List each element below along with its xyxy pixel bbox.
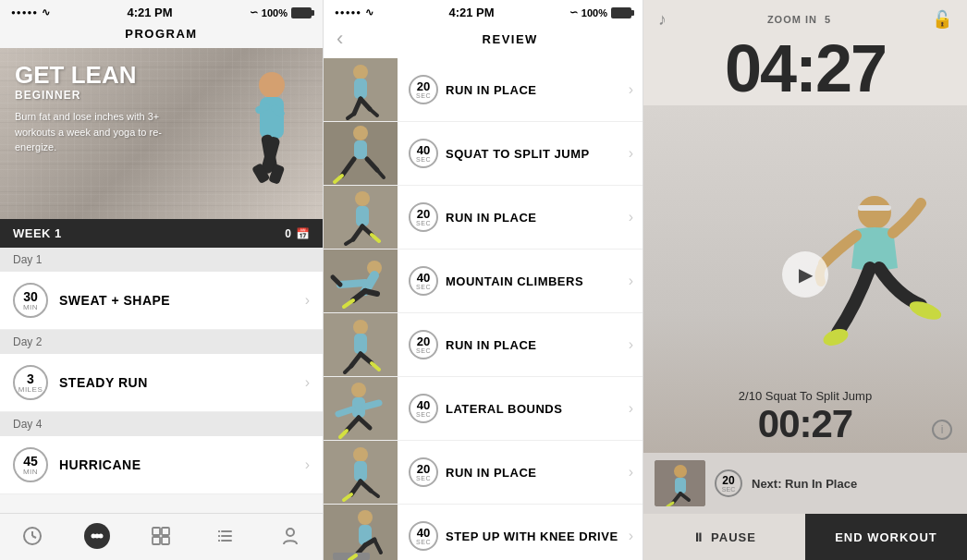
tab-list[interactable] bbox=[213, 523, 239, 549]
svg-rect-18 bbox=[221, 530, 232, 532]
exercise-meta-2: 40 SEC SQUAT TO SPLIT JUMP › bbox=[398, 139, 643, 168]
pause-button[interactable]: ⏸ PAUSE bbox=[643, 514, 805, 560]
tab-person[interactable] bbox=[277, 523, 303, 549]
day-header-3: Day 4 bbox=[0, 412, 323, 436]
exercise-item-6[interactable]: 40 SEC LATERAL BOUNDS › bbox=[324, 377, 643, 441]
chevron-icon-3: › bbox=[305, 457, 310, 473]
exercise-timer-8: 40 SEC bbox=[409, 521, 438, 551]
back-button[interactable]: ‹ bbox=[337, 27, 343, 51]
tab-dots[interactable] bbox=[84, 523, 110, 549]
exercise-thumb-8 bbox=[324, 505, 398, 560]
exercise-item-7[interactable]: 20 SEC RUN IN PLACE › bbox=[324, 441, 643, 505]
next-thumb bbox=[655, 460, 705, 506]
svg-rect-22 bbox=[218, 535, 220, 537]
svg-rect-71 bbox=[354, 461, 367, 481]
day-header-2: Day 2 bbox=[0, 330, 323, 354]
svg-point-40 bbox=[355, 191, 370, 206]
end-workout-button[interactable]: END WORKOUT bbox=[805, 514, 967, 560]
workout-counter: 2/10 Squat To Split Jump 00:27 bbox=[643, 389, 967, 444]
svg-point-84 bbox=[858, 196, 891, 229]
svg-point-0 bbox=[259, 72, 285, 98]
chevron-icon-1: › bbox=[305, 292, 310, 309]
exercise-name-6: LATERAL BOUNDS bbox=[446, 402, 621, 416]
workout-header: ♪ ZOOM IN 5 🔓 bbox=[643, 0, 967, 35]
workout-circle-2: 3 MILES bbox=[13, 365, 48, 400]
time-display-2: 4:21 PM bbox=[448, 6, 494, 19]
workout-controls: ⏸ PAUSE END WORKOUT bbox=[643, 514, 967, 560]
zoom-label: ZOOM IN 5 bbox=[767, 14, 831, 25]
exercise-chevron-7: › bbox=[629, 464, 633, 481]
info-button[interactable]: i bbox=[932, 420, 952, 440]
review-nav: ‹ REVIEW bbox=[324, 23, 643, 58]
calendar-icon: 📅 bbox=[296, 227, 311, 240]
svg-rect-23 bbox=[218, 540, 220, 542]
svg-point-89 bbox=[674, 465, 687, 478]
workout-item-3[interactable]: 45 MIN HURRICANE › bbox=[0, 436, 323, 494]
workout-item-1[interactable]: 30 MIN SWEAT + SHAPE › bbox=[0, 272, 323, 330]
exercise-timer-1: 20 SEC bbox=[409, 75, 438, 104]
workout-athlete bbox=[754, 185, 958, 397]
exercise-item-5[interactable]: 20 SEC RUN IN PLACE › bbox=[324, 313, 643, 377]
svg-point-24 bbox=[287, 529, 294, 536]
exercise-timer-6: 40 SEC bbox=[409, 394, 438, 423]
svg-rect-41 bbox=[356, 206, 369, 226]
workout-visual: ▶ 2/10 Squat To Split Jump 00 bbox=[643, 105, 967, 453]
bluetooth-icon-2: ∽ bbox=[569, 6, 578, 18]
workout-circle-1: 30 MIN bbox=[13, 283, 48, 318]
wifi-icon: ∿ bbox=[42, 6, 50, 18]
exercise-chevron-4: › bbox=[629, 273, 633, 289]
status-bar-1: ●●●●● ∿ 4:21 PM ∽ 100% bbox=[0, 0, 323, 23]
svg-rect-56 bbox=[354, 334, 367, 354]
exercise-thumb-7 bbox=[324, 441, 398, 504]
exercise-item-8[interactable]: 40 SEC STEP UP WITH KNEE DRIVE › bbox=[324, 505, 643, 560]
exercise-chevron-3: › bbox=[629, 209, 633, 225]
review-panel: ●●●●● ∿ 4:21 PM ∽ 100% ‹ REVIEW 20 bbox=[324, 0, 643, 560]
exercise-thumb-3 bbox=[324, 186, 398, 249]
exercise-timer-2: 40 SEC bbox=[409, 139, 438, 168]
tab-clock[interactable] bbox=[19, 523, 45, 549]
exercise-meta-5: 20 SEC RUN IN PLACE › bbox=[398, 330, 643, 359]
exercise-chevron-2: › bbox=[629, 145, 633, 162]
exercise-item-2[interactable]: 40 SEC SQUAT TO SPLIT JUMP › bbox=[324, 122, 643, 186]
program-panel: ●●●●● ∿ 4:21 PM ∽ 100% PROGRAM GET LEAN … bbox=[0, 0, 324, 560]
week-label: WEEK 1 bbox=[13, 226, 62, 240]
workout-list: Day 1 30 MIN SWEAT + SHAPE › Day 2 3 MIL… bbox=[0, 248, 323, 513]
music-icon[interactable]: ♪ bbox=[658, 10, 667, 30]
workout-name-3: HURRICANE bbox=[59, 457, 294, 472]
tab-grid[interactable] bbox=[148, 523, 174, 549]
svg-point-55 bbox=[353, 320, 368, 335]
exercise-meta-3: 20 SEC RUN IN PLACE › bbox=[398, 202, 643, 232]
hero-text: GET LEAN BEGINNER Burn fat and lose inch… bbox=[15, 63, 163, 155]
exercise-timer-7: 20 SEC bbox=[409, 457, 438, 487]
review-title: REVIEW bbox=[483, 32, 560, 46]
hero-title: GET LEAN bbox=[15, 63, 163, 87]
svg-rect-21 bbox=[218, 530, 220, 532]
svg-rect-85 bbox=[858, 205, 891, 211]
next-timer-badge: 20 SEC bbox=[715, 469, 742, 497]
exercise-timer-4: 40 SEC bbox=[409, 266, 438, 296]
battery-icon-2 bbox=[611, 7, 631, 18]
workout-item-2[interactable]: 3 MILES STEADY RUN › bbox=[0, 354, 323, 412]
exercise-thumb-6 bbox=[324, 377, 398, 440]
bluetooth-icon-1: ∽ bbox=[250, 6, 258, 18]
exercise-item-1[interactable]: 20 SEC RUN IN PLACE › bbox=[324, 58, 643, 122]
exercise-thumb-2 bbox=[324, 122, 398, 185]
exercise-list: 20 SEC RUN IN PLACE › 40 SEC bbox=[324, 58, 643, 560]
lock-icon[interactable]: 🔓 bbox=[932, 9, 952, 30]
status-bar-2: ●●●●● ∿ 4:21 PM ∽ 100% bbox=[324, 0, 643, 23]
exercise-item-4[interactable]: 40 SEC MOUNTAIN CLIMBERS › bbox=[324, 250, 643, 313]
exercise-item-3[interactable]: 20 SEC RUN IN PLACE › bbox=[324, 186, 643, 250]
svg-line-65 bbox=[365, 403, 379, 407]
svg-point-62 bbox=[351, 383, 366, 397]
exercise-meta-4: 40 SEC MOUNTAIN CLIMBERS › bbox=[398, 266, 643, 296]
svg-point-77 bbox=[358, 510, 373, 525]
play-button[interactable]: ▶ bbox=[782, 251, 828, 298]
exercise-thumb-1 bbox=[324, 58, 398, 121]
svg-rect-15 bbox=[162, 528, 169, 535]
battery-icon-1 bbox=[291, 7, 312, 18]
signal-dots-2: ●●●●● bbox=[335, 8, 361, 17]
main-timer-display: 04:27 bbox=[643, 35, 967, 105]
exercise-chevron-8: › bbox=[629, 528, 633, 544]
exercise-timer-5: 20 SEC bbox=[409, 330, 438, 359]
svg-rect-90 bbox=[675, 478, 686, 493]
